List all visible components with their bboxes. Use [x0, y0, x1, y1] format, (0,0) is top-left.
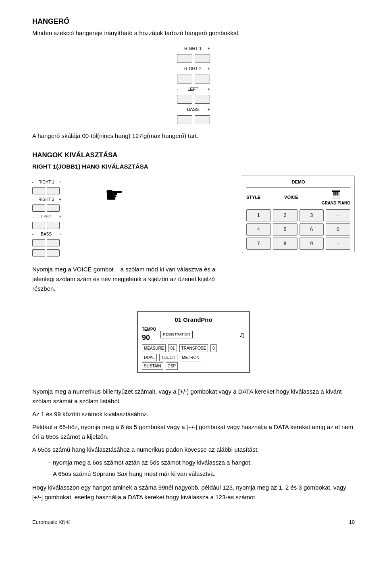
- voice-panel: DEMO STYLE VOICE 🎹 GRAND PIANO 1 2 3 +: [242, 175, 355, 253]
- numpad-minus[interactable]: -: [326, 238, 350, 250]
- s-r1-label: RIGHT 1: [35, 179, 57, 185]
- voice-desc-text: Nyomja meg a VOICE gombot – a szólam mód…: [32, 265, 230, 294]
- bass-minus-btn[interactable]: [177, 115, 192, 124]
- numpad-3[interactable]: 3: [300, 209, 324, 221]
- touch-btn: TOUCH: [159, 354, 177, 361]
- hangok-section: HANGOK KIVÁLASZTÁSA RIGHT 1(JOBB1) HANG …: [32, 150, 355, 298]
- measure-val: 01: [168, 344, 177, 352]
- footer-brand: Euromusic Kft ©: [32, 518, 70, 526]
- small-left-btns: [32, 222, 97, 229]
- sustain-btn: SUSTAIN: [142, 362, 163, 370]
- hangok-layout: - RIGHT 1 + - RIGHT 2 +: [32, 175, 355, 298]
- s-right1-plus-btn[interactable]: [47, 187, 60, 194]
- vol-row-right2-btns: [177, 75, 210, 83]
- left-minus: -: [177, 86, 179, 93]
- display-main-row: TEMPO 90 REGISTRATION ♫: [142, 326, 245, 343]
- bass-minus: -: [177, 106, 179, 113]
- numpad-plus[interactable]: +: [326, 209, 350, 221]
- right1-minus-btn[interactable]: [177, 54, 192, 63]
- scale-text: A hangerő skálája 00-tól(nincs hang) 127…: [32, 131, 355, 141]
- s-r1-plus: +: [59, 179, 61, 185]
- page-title: HANGERŐ: [32, 16, 355, 27]
- style-label: STYLE: [246, 194, 260, 201]
- small-bass-row: - BASS +: [32, 231, 97, 237]
- demo-label: DEMO: [246, 179, 350, 188]
- step1-dash: -: [48, 458, 50, 467]
- numpad-7[interactable]: 7: [246, 238, 271, 250]
- numpad-5[interactable]: 5: [273, 223, 298, 236]
- numpad-0[interactable]: 0: [326, 223, 350, 236]
- right2-plus: +: [208, 65, 210, 72]
- hangok-sub: RIGHT 1(JOBB1) HANG KIVÁLASZTÁSA: [32, 162, 355, 171]
- s-bass-extra-btn2[interactable]: [47, 249, 60, 256]
- bass-plus-btn[interactable]: [195, 115, 210, 124]
- s-b-minus: -: [32, 231, 33, 237]
- vol-row-right2: - RIGHT 2 +: [177, 65, 210, 72]
- numpad-6[interactable]: 6: [300, 223, 324, 236]
- example-text: Például a 65-höz, nyomja meg a 6 és 5 go…: [32, 422, 355, 442]
- numpad-2[interactable]: 2: [273, 209, 298, 221]
- s-right1-minus-btn[interactable]: [32, 187, 45, 194]
- tempo-section: TEMPO 90: [142, 326, 156, 343]
- left-plus-btn[interactable]: [195, 95, 210, 104]
- s-right2-minus-btn[interactable]: [32, 204, 45, 212]
- s-l-plus: +: [59, 214, 61, 220]
- s-l-label: LEFT: [35, 214, 57, 220]
- num-desc-text: Nyomja meg a numerikus billentyűzet szám…: [32, 387, 355, 406]
- numpad-1[interactable]: 1: [246, 209, 271, 221]
- s-bass-plus-btn[interactable]: [47, 239, 60, 246]
- hangok-left-col: - RIGHT 1 + - RIGHT 2 +: [32, 175, 230, 298]
- s-left-plus-btn[interactable]: [47, 222, 60, 229]
- small-left-row: - LEFT +: [32, 214, 97, 220]
- step2-dash: -: [48, 469, 50, 479]
- vol-row-left: - LEFT +: [177, 86, 210, 93]
- numpad-4[interactable]: 4: [246, 223, 271, 236]
- s-bass-extra-btn1[interactable]: [32, 249, 45, 256]
- right1-plus-btn[interactable]: [195, 54, 210, 63]
- small-bass-btns: [32, 239, 97, 246]
- reg-label: REGISTRATION: [163, 332, 190, 338]
- display-wrapper: 01 GrandPno TEMPO 90 REGISTRATION ♫ MEAS…: [32, 305, 355, 379]
- s-bass-minus-btn[interactable]: [32, 239, 45, 246]
- measure-label: MEASURE: [142, 344, 166, 352]
- vol-row-right1-btns: [177, 54, 210, 63]
- right2-minus-btn[interactable]: [177, 75, 192, 83]
- small-right1-btns: [32, 187, 97, 194]
- right2-minus: -: [177, 65, 179, 72]
- footer-page-number: 10: [349, 518, 355, 526]
- range-text: Az 1 és 99 közötti számok kiválasztásáho…: [32, 409, 355, 419]
- right1-plus: +: [208, 45, 210, 52]
- body-text-block: Nyomja meg a numerikus billentyűzet szám…: [32, 387, 355, 502]
- vol-row-right1: - RIGHT 1 +: [177, 45, 210, 52]
- numpad-8[interactable]: 8: [273, 238, 298, 250]
- s-right2-plus-btn[interactable]: [47, 204, 60, 212]
- vol-diagram-small: - RIGHT 1 + - RIGHT 2 +: [32, 179, 97, 256]
- s-l-minus: -: [32, 214, 33, 220]
- right1-minus: -: [177, 45, 179, 52]
- tempo-value: 90: [142, 332, 156, 343]
- hand-pointer-icon: ☛: [105, 179, 124, 211]
- hangero-desc: Minden szekció hangereje irányítható a h…: [32, 29, 355, 38]
- hangok-right-col: DEMO STYLE VOICE 🎹 GRAND PIANO 1 2 3 +: [242, 175, 355, 253]
- s-b-plus: +: [59, 231, 61, 237]
- panel-top-row: STYLE VOICE 🎹 GRAND PIANO: [246, 189, 350, 206]
- left-label: LEFT: [181, 86, 205, 93]
- registration-box: REGISTRATION: [160, 331, 193, 339]
- vol-row-left-btns: [177, 95, 210, 104]
- s-left-minus-btn[interactable]: [32, 222, 45, 229]
- right2-plus-btn[interactable]: [195, 75, 210, 83]
- vol-row-bass-btns: [177, 115, 210, 124]
- display-voice-name: 01 GrandPno: [142, 315, 245, 325]
- right1-label: RIGHT 1: [181, 45, 205, 52]
- piano-icon: 🎹: [331, 190, 340, 198]
- copyright-icon: ©: [67, 519, 71, 525]
- numpad-9[interactable]: 9: [300, 238, 324, 250]
- s-r2-label: RIGHT 2: [35, 196, 57, 202]
- transpose-val: 0: [210, 344, 217, 352]
- step1-item: - nyomja meg a 6os számot aztán az 5ös s…: [48, 458, 355, 467]
- display-piano-icon: ♫: [239, 329, 245, 341]
- tempo-label: TEMPO: [142, 326, 156, 332]
- s-b-label: BASS: [35, 231, 57, 237]
- left-plus: +: [208, 86, 210, 93]
- left-minus-btn[interactable]: [177, 95, 192, 104]
